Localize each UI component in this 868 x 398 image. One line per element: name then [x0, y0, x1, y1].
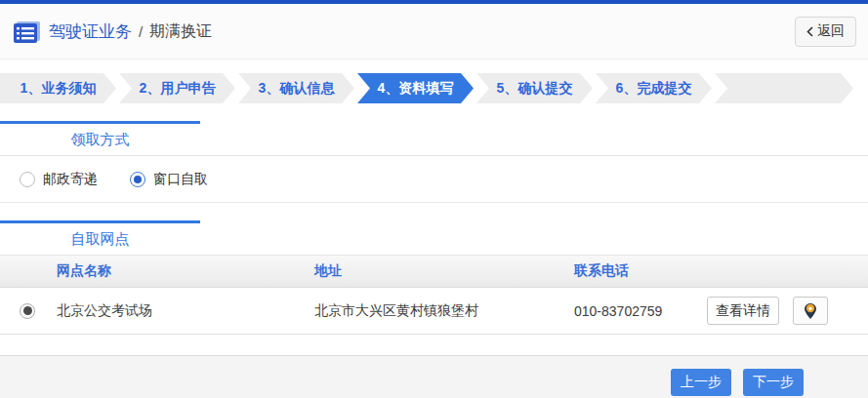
- radio-option-window-pickup[interactable]: 窗口自取: [130, 171, 208, 188]
- page-title: 驾驶证业务: [49, 20, 132, 43]
- tab-pickup-method: 领取方式: [0, 121, 200, 155]
- outlet-address: 北京市大兴区黄村镇狼堡村: [314, 302, 574, 320]
- previous-step-button[interactable]: 上一步: [671, 369, 731, 396]
- outlet-table-row[interactable]: 北京公交考试场 北京市大兴区黄村镇狼堡村 010-83702759 查看详情: [0, 288, 868, 335]
- step-2: 2、用户申告: [119, 73, 235, 103]
- breadcrumb-separator: /: [139, 23, 143, 40]
- pickup-outlets-section: 自取网点 网点名称 地址 联系电话 北京公交考试场 北京市大兴区黄村镇狼堡村 0…: [0, 220, 868, 335]
- step-bar-filler: [715, 73, 853, 103]
- back-button[interactable]: 返回: [795, 17, 856, 47]
- outlet-actions-cell: 查看详情: [701, 297, 868, 325]
- list-icon: [14, 21, 40, 44]
- pickup-method-section: 领取方式 邮政寄递 窗口自取: [0, 121, 868, 203]
- step-progress-bar: 1、业务须知 2、用户申告 3、确认信息 4、资料填写 5、确认提交 6、完成提…: [0, 73, 868, 103]
- pickup-method-tabbar: 领取方式: [0, 121, 868, 156]
- outlets-table-header: 网点名称 地址 联系电话: [0, 256, 868, 288]
- radio-outlet-selected[interactable]: [20, 303, 35, 319]
- location-pin-icon: [805, 303, 816, 319]
- column-header-name: 网点名称: [57, 262, 314, 280]
- tab-pickup-outlets: 自取网点: [0, 220, 200, 255]
- back-button-label: 返回: [817, 22, 845, 40]
- column-header-address: 地址: [314, 262, 574, 280]
- radio-option-postal[interactable]: 邮政寄递: [20, 171, 98, 188]
- radio-window-pickup-checked[interactable]: [130, 172, 145, 187]
- footer-action-bar: 上一步 下一步: [0, 355, 868, 398]
- radio-postal-unchecked[interactable]: [20, 172, 35, 187]
- outlet-radio-cell: [0, 302, 57, 319]
- page-header: 驾驶证业务 / 期满换证 返回: [0, 4, 868, 60]
- next-step-button[interactable]: 下一步: [743, 369, 804, 396]
- breadcrumb-current: 期满换证: [149, 21, 212, 42]
- step-6: 6、完成提交: [596, 73, 712, 103]
- step-1: 1、业务须知: [0, 73, 116, 103]
- outlet-name: 北京公交考试场: [57, 302, 314, 320]
- step-4-active: 4、资料填写: [357, 73, 474, 103]
- step-3: 3、确认信息: [238, 73, 354, 103]
- map-button[interactable]: [793, 297, 828, 325]
- column-header-phone: 联系电话: [574, 262, 701, 280]
- step-5: 5、确认提交: [476, 73, 593, 103]
- pickup-method-options: 邮政寄递 窗口自取: [0, 156, 868, 203]
- back-chevron-icon: [806, 26, 813, 37]
- radio-postal-label: 邮政寄递: [43, 171, 98, 188]
- radio-window-pickup-label: 窗口自取: [153, 171, 208, 188]
- view-details-button[interactable]: 查看详情: [707, 297, 779, 325]
- outlet-phone: 010-83702759: [574, 303, 701, 319]
- pickup-outlets-tabbar: 自取网点: [0, 220, 868, 256]
